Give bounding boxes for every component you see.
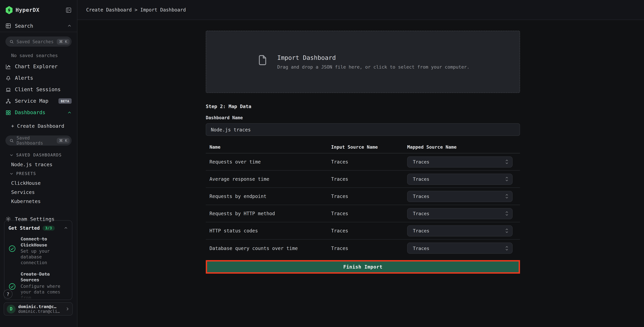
shortcut-badge: ⌘ K (57, 138, 70, 144)
preset-item-clickhouse[interactable]: ClickHouse (0, 178, 77, 188)
mapped-source-select[interactable]: Traces (407, 156, 512, 168)
row-input-source: Traces (331, 246, 407, 251)
row-input-source: Traces (331, 176, 407, 182)
select-chevrons-icon (505, 176, 509, 182)
saved-searches-placeholder: Saved Searches (16, 39, 57, 44)
get-started-title: Get Started (8, 225, 40, 231)
table-row: Database query counts over time Traces T… (206, 240, 520, 257)
get-started-item-connect[interactable]: Connect to ClickHouse Set up your databa… (8, 236, 68, 266)
group-label: PRESETS (16, 171, 36, 176)
dashboards-grid-icon (6, 110, 11, 115)
sidebar-item-chart-explorer[interactable]: Chart Explorer (0, 61, 77, 72)
preset-item-services[interactable]: Services (0, 188, 77, 196)
hyperdx-logo-icon (6, 6, 13, 14)
sidebar-item-alerts[interactable]: Alerts (0, 72, 77, 84)
file-icon (256, 54, 268, 70)
presets-group-header[interactable]: PRESETS (0, 169, 77, 178)
bell-icon (6, 75, 11, 81)
saved-searches-input[interactable]: Saved Searches ⌘ K (6, 36, 72, 46)
hierarchy-icon (6, 98, 11, 104)
row-input-source: Traces (331, 194, 407, 199)
mapped-source-select[interactable]: Traces (407, 242, 512, 254)
finish-import-button[interactable]: Finish Import (207, 262, 519, 272)
saved-dashboards-input[interactable]: Saved Dashboards ⌘ K (6, 136, 72, 146)
nav-label: Client Sessions (15, 86, 72, 92)
laptop-icon (6, 87, 11, 92)
sidebar-item-client-sessions[interactable]: Client Sessions (0, 84, 77, 95)
chevron-down-icon (10, 153, 14, 157)
table-row: Requests over time Traces Traces (206, 153, 520, 170)
chevron-up-icon[interactable] (67, 24, 72, 28)
mapped-source-select[interactable]: Traces (407, 208, 512, 219)
layout-icon (6, 23, 11, 29)
selected-value: Traces (413, 228, 505, 234)
chevron-up-icon[interactable] (67, 110, 72, 115)
select-chevrons-icon (505, 159, 509, 164)
search-label: Search (15, 23, 67, 29)
select-chevrons-icon (505, 211, 509, 216)
topbar: Create Dashboard > Import Dashboard (77, 0, 644, 20)
selected-value: Traces (413, 246, 505, 251)
mapped-source-select[interactable]: Traces (407, 174, 512, 184)
get-started-progress-badge: 3/3 (42, 226, 54, 230)
selected-value: Traces (413, 159, 505, 164)
user-email: dominic.tran@cli… (18, 309, 65, 314)
check-circle-icon (8, 283, 16, 290)
table-row: HTTP status codes Traces Traces (206, 222, 520, 240)
sidebar-collapse-icon[interactable] (66, 6, 72, 13)
row-input-source: Traces (331, 211, 407, 216)
table-row: Average response time Traces Traces (206, 170, 520, 188)
group-label: SAVED DASHBOARDS (16, 153, 62, 158)
user-name: dominic.tran@c… (18, 304, 65, 309)
table-row: Requests by HTTP method Traces Traces (206, 205, 520, 222)
column-header-mapped-source: Mapped Source Name (407, 144, 520, 150)
user-menu[interactable]: D dominic.tran@c… dominic.tran@cli… (4, 302, 73, 316)
help-button[interactable]: ? (4, 290, 12, 298)
row-name: HTTP status codes (206, 228, 331, 234)
get-started-card: Get Started 3/3 Connect to ClickHouse Se… (4, 220, 72, 300)
create-dashboard-button[interactable]: + Create Dashboard (0, 121, 77, 131)
sidebar-item-service-map[interactable]: Service Map BETA (0, 95, 77, 107)
preset-item-kubernetes[interactable]: Kubernetes (0, 196, 77, 206)
select-chevrons-icon (505, 246, 509, 251)
get-started-item-sources[interactable]: Create Data Sources Configure where your… (8, 271, 68, 300)
app-window: HyperDX Search Saved Searches ⌘ K No sav… (0, 0, 644, 327)
logo-row: HyperDX (0, 0, 77, 20)
selected-value: Traces (413, 211, 505, 216)
chevron-up-icon[interactable] (64, 226, 68, 230)
chart-icon (6, 64, 11, 70)
dropzone-title: Import Dashboard (277, 54, 470, 61)
saved-dashboard-item-nodejs-traces[interactable]: Node.js traces (0, 160, 77, 169)
mapped-source-select[interactable]: Traces (407, 225, 512, 236)
saved-dashboards-group-header[interactable]: SAVED DASHBOARDS (0, 150, 77, 160)
main-content: Import Dashboard Drag and drop a JSON fi… (206, 20, 520, 274)
step-heading: Step 2: Map Data (206, 104, 520, 109)
mapping-table: Name Input Source Name Mapped Source Nam… (206, 140, 520, 257)
chevron-right-icon (65, 307, 70, 311)
sidebar-item-search[interactable]: Search (0, 20, 77, 32)
mapped-source-select[interactable]: Traces (407, 191, 512, 202)
selected-value: Traces (413, 194, 505, 199)
sidebar-item-dashboards[interactable]: Dashboards (0, 107, 77, 118)
search-icon (10, 39, 14, 44)
nav-label: Chart Explorer (15, 64, 72, 70)
dashboard-name-input[interactable]: Node.js traces (206, 123, 520, 136)
row-name: Database query counts over time (206, 246, 331, 251)
select-chevrons-icon (505, 228, 509, 234)
column-header-name: Name (206, 144, 331, 150)
selected-value: Traces (413, 176, 505, 182)
row-input-source: Traces (331, 228, 407, 234)
shortcut-badge: ⌘ K (57, 39, 70, 44)
row-name: Average response time (206, 176, 331, 182)
nav-label: Alerts (15, 75, 72, 81)
row-name: Requests over time (206, 159, 331, 164)
dropzone-subtitle: Drag and drop a JSON file here, or click… (277, 64, 470, 70)
sidebar-nav: Chart Explorer Alerts Client Sessions Se… (0, 61, 77, 118)
import-dropzone[interactable]: Import Dashboard Drag and drop a JSON fi… (206, 31, 520, 93)
row-name: Requests by endpoint (206, 194, 331, 199)
search-icon (10, 138, 14, 143)
task-description: Set up your database connection (20, 249, 68, 266)
app-title: HyperDX (16, 7, 66, 13)
nav-label: Dashboards (15, 110, 67, 116)
dashboard-name-label: Dashboard Name (206, 115, 520, 120)
